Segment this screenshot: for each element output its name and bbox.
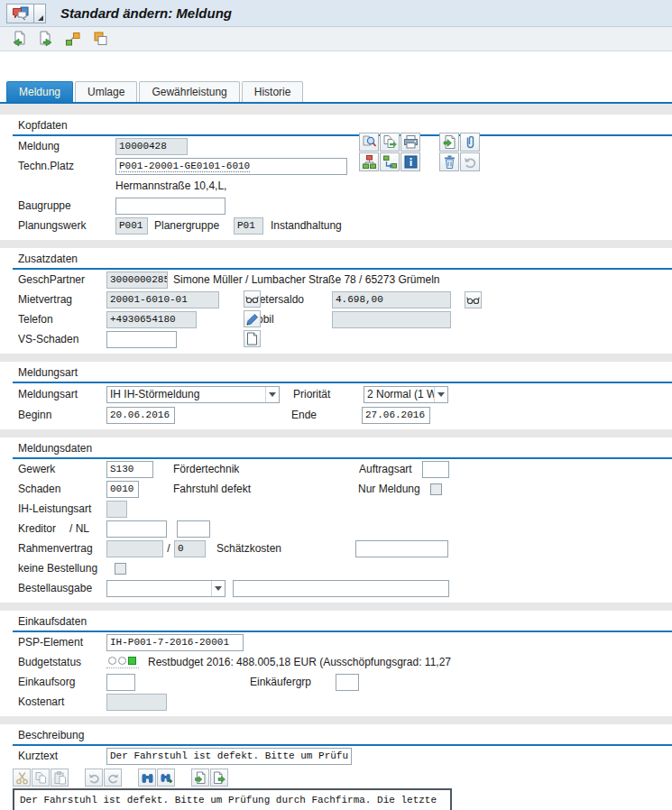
edit-phone-button[interactable] (244, 310, 261, 327)
telefon-field[interactable]: +4930654180 (106, 311, 197, 328)
meldungsart-row: Meldungsart IH IH-Störmeldung Priorität … (18, 383, 672, 405)
redo-icon (106, 771, 120, 785)
beginn-field[interactable]: 20.06.2016 (106, 407, 175, 424)
rahmenvertrag-field[interactable] (106, 540, 163, 557)
kurztext-label: Kurztext (18, 750, 106, 762)
ende-field[interactable]: 27.06.2016 (362, 407, 430, 424)
baugruppe-row: Baugruppe (18, 196, 672, 216)
meldung-field[interactable]: 10000428 (115, 138, 188, 155)
kreditor-row: Kreditor / NL (18, 519, 672, 538)
geschpartner-row: GeschPartner 3000000285 Simone Müller / … (18, 270, 672, 290)
section-separator (0, 603, 672, 611)
mobil-field[interactable] (332, 311, 451, 328)
assign-structure-button[interactable] (62, 29, 83, 50)
find-button[interactable] (138, 769, 156, 787)
notification-menu-button[interactable] (6, 4, 33, 23)
longtext-editor[interactable]: Der Fahrstuhl ist defekt. Bitte um Prüfu… (13, 788, 452, 810)
einkaeufergrp-field[interactable] (336, 674, 359, 691)
bestellausgabe-select[interactable] (106, 580, 226, 597)
kostenart-row: Kostenart (18, 692, 672, 712)
cut-button[interactable] (13, 769, 31, 787)
paste-icon (53, 771, 67, 785)
ihleistungsart-field[interactable] (106, 501, 127, 518)
vsschaden-field[interactable] (106, 331, 177, 348)
prioritaet-select[interactable]: 2 Normal (1 W... (364, 386, 448, 403)
tab-meldung[interactable]: Meldung (6, 81, 73, 102)
doc-arrow-back-icon (11, 31, 27, 47)
keinebestellung-checkbox[interactable] (115, 563, 126, 575)
schaden-field[interactable]: 0010 (106, 481, 139, 498)
geschpartner-field[interactable]: 3000000285 (106, 272, 168, 289)
find-next-button[interactable] (157, 769, 175, 787)
copy-template-button[interactable] (89, 29, 110, 50)
geschpartner-label: GeschPartner (18, 273, 106, 286)
status-lamp-red-off (108, 657, 116, 665)
export-text-button[interactable] (210, 769, 228, 787)
kostenart-field[interactable] (106, 694, 167, 711)
kurztext-field[interactable]: Der Fahrstuhl ist defekt. Bitte um Prüfu (106, 748, 352, 765)
copy-button[interactable] (32, 769, 50, 787)
tab-strip: Meldung Umlage Gewährleistung Historie (6, 81, 672, 102)
rahmenvertrag-row: Rahmenvertrag / 0 Schätzkosten (18, 538, 672, 558)
paste-button[interactable] (51, 769, 69, 787)
schaden-row: Schaden 0010 Fahrstuhl defekt Nur Meldun… (18, 479, 672, 499)
title-menu-dropdown-button[interactable] (33, 4, 46, 23)
new-document-button[interactable] (244, 330, 261, 347)
baugruppe-field[interactable] (115, 198, 226, 215)
rahmenvertrag-label: Rahmenvertrag (18, 542, 106, 555)
mietersaldo-field[interactable]: 4.698,00 (332, 291, 451, 308)
kreditor-field[interactable] (106, 520, 167, 538)
rahmen-pos-field[interactable]: 0 (174, 540, 206, 557)
doc-arrow-back-button[interactable] (8, 29, 29, 50)
section-meldungsdaten: Meldungsdaten Gewerk S130 Fördertechnik … (0, 437, 672, 603)
keinebestellung-label: keine Bestellung (18, 562, 106, 575)
mietvertrag-field[interactable]: 20001-6010-01 (106, 291, 219, 308)
section-title: Einkaufsdaten (13, 611, 672, 632)
budgetstatus-label: Budgetstatus (18, 656, 106, 668)
undo-button[interactable] (85, 769, 103, 787)
spacer (0, 51, 672, 81)
redo-button[interactable] (104, 769, 122, 787)
schaden-text: Fahrstuhl defekt (173, 483, 358, 495)
import-text-button[interactable] (191, 769, 209, 787)
bestellausgabe-label: Bestellausgabe (18, 582, 106, 594)
auftragsart-label: Auftragsart (359, 463, 422, 475)
psp-row: PSP-Element IH-P001-7-2016-20001 (18, 632, 672, 652)
address-text: Hermannstraße 10,4,L, (115, 179, 226, 192)
tab-gewaehrleistung[interactable]: Gewährleistung (139, 81, 239, 102)
kreditor-label: Kreditor (18, 522, 69, 535)
tab-historie[interactable]: Historie (242, 81, 304, 102)
nurmeldung-checkbox[interactable] (430, 483, 442, 495)
auftragsart-field[interactable] (422, 461, 449, 478)
glasses-display-icon (245, 293, 259, 305)
section-meldungsart: Meldungsart Meldungsart IH IH-Störmeldun… (0, 362, 672, 429)
prioritaet-label: Priorität (293, 388, 364, 400)
planungswerk-label: Planungswerk (18, 219, 115, 232)
section-separator (0, 429, 672, 437)
planergruppe-field[interactable]: P01 (234, 217, 263, 235)
toolbar-gap (176, 769, 191, 787)
display-balance-button[interactable] (465, 291, 482, 308)
chevron-down-icon (211, 581, 225, 596)
title-bar: Standard ändern: Meldung (0, 0, 672, 27)
new-document-icon (246, 332, 258, 345)
telefon-label: Telefon (18, 313, 106, 326)
schaetzkosten-label: Schätzkosten (216, 542, 355, 555)
schaetzkosten-field[interactable] (355, 540, 448, 557)
bestellausgabe-text-field[interactable] (233, 580, 449, 597)
baugruppe-label: Baugruppe (18, 199, 115, 212)
tab-umlage[interactable]: Umlage (75, 81, 137, 102)
gewerk-field[interactable]: S130 (106, 461, 153, 478)
nl-field[interactable] (177, 520, 210, 538)
application-toolbar (0, 27, 672, 51)
planungswerk-field[interactable]: P001 (115, 217, 148, 235)
technplatz-label: Techn.Platz (18, 160, 115, 172)
technplatz-field[interactable]: P001-20001-GE0101-6010 (115, 158, 347, 175)
einkaufsorg-field[interactable] (106, 674, 135, 691)
chevron-down-icon (434, 387, 447, 402)
technplatz-row: Techn.Platz P001-20001-GE0101-6010 (18, 156, 672, 176)
meldungsart-select[interactable]: IH IH-Störmeldung (106, 386, 280, 403)
display-contract-button[interactable] (244, 290, 261, 308)
psp-field[interactable]: IH-P001-7-2016-20001 (106, 634, 244, 651)
doc-arrow-forward-button[interactable] (35, 29, 56, 50)
